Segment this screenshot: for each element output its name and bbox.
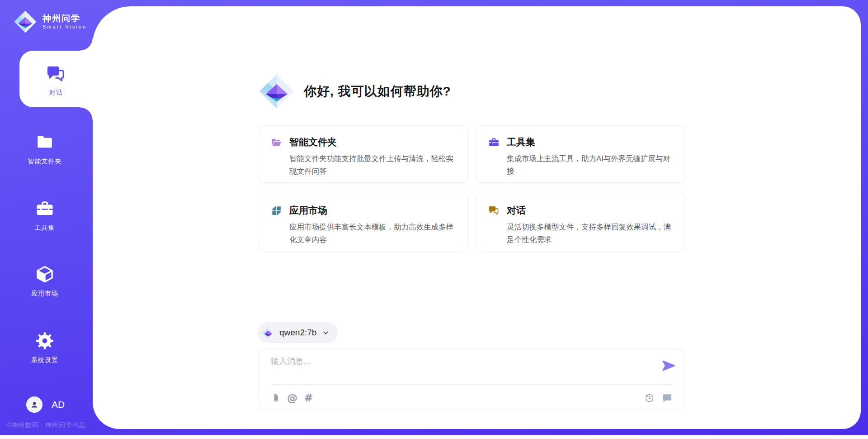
person-icon	[29, 400, 39, 410]
mention-button[interactable]: @	[286, 392, 298, 404]
cube-icon	[35, 265, 54, 284]
user-account[interactable]: AD	[26, 396, 65, 413]
sidebar-item-chat[interactable]: 对话	[19, 51, 93, 107]
attach-file-button[interactable]	[270, 392, 282, 404]
send-button[interactable]	[661, 358, 676, 373]
folder-open-icon	[271, 137, 282, 148]
model-name: qwen2:7b	[279, 328, 316, 338]
send-icon	[661, 358, 676, 373]
sidebar-item-settings[interactable]: 系统设置	[11, 331, 79, 364]
toolbox-icon	[35, 199, 54, 218]
brand-subtitle: Smart Vision	[42, 24, 87, 30]
model-selector[interactable]: qwen2:7b	[258, 322, 338, 343]
folder-icon	[35, 133, 54, 152]
card-description: 集成市场上主流工具，助力AI与外界无缝扩展与对接	[507, 152, 673, 177]
card-toolset[interactable]: 工具集 集成市场上主流工具，助力AI与外界无缝扩展与对接	[476, 125, 685, 183]
brand-logo-block: 神州问学 Smart Vision	[14, 10, 87, 33]
at-icon: @	[287, 392, 297, 404]
card-app-market[interactable]: 应用市场 应用市场提供丰富长文本模板，助力高效生成多样化文章内容	[259, 194, 468, 251]
greeting-block: 你好, 我可以如何帮助你?	[259, 73, 451, 110]
brand-diamond-icon	[14, 10, 37, 33]
brand-name: 神州问学	[42, 14, 87, 24]
chat-icon	[46, 64, 66, 84]
card-title: 对话	[507, 204, 526, 217]
sidebar-item-label: 应用市场	[11, 290, 79, 298]
card-chat[interactable]: 对话 灵活切换多模型文件，支持多样回复效果调试，满足个性化需求	[476, 194, 685, 251]
card-description: 应用市场提供丰富长文本模板，助力高效生成多样化文章内容	[289, 220, 456, 246]
toolbox-icon	[488, 137, 500, 148]
message-composer: @ #	[259, 348, 684, 410]
paperclip-icon	[270, 392, 282, 404]
copyright-footer: ©神州数码 · 神州问学出品	[6, 421, 86, 429]
tab-fillet-top	[80, 38, 93, 51]
chevron-down-icon	[322, 329, 330, 337]
sidebar-item-toolset[interactable]: 工具集	[11, 199, 79, 232]
topic-button[interactable]: #	[302, 392, 315, 404]
gear-icon	[35, 331, 54, 350]
history-clock-icon	[644, 392, 655, 404]
horizontal-scrollbar-track[interactable]	[0, 435, 868, 439]
model-diamond-icon	[262, 326, 275, 339]
history-button[interactable]	[643, 392, 656, 404]
chat-bubble-icon	[661, 392, 673, 404]
card-title: 工具集	[507, 136, 535, 148]
assistant-diamond-icon	[259, 73, 295, 110]
sidebar-item-label: 对话	[19, 89, 93, 97]
avatar	[26, 396, 42, 413]
card-description: 灵活切换多模型文件，支持多样回复效果调试，满足个性化需求	[507, 220, 673, 246]
user-initials: AD	[52, 399, 65, 410]
card-smart-folder[interactable]: 智能文件夹 智能文件夹功能支持批量文件上传与清洗，轻松实现文件问答	[259, 125, 468, 183]
sidebar-item-label: 系统设置	[11, 356, 79, 364]
message-input[interactable]	[270, 355, 650, 381]
hash-icon: #	[304, 392, 313, 404]
card-title: 智能文件夹	[289, 136, 337, 148]
new-chat-button[interactable]	[661, 392, 673, 404]
composer-divider	[270, 384, 673, 385]
app-window: 神州问学 Smart Vision 对话 智能文件夹	[0, 0, 868, 439]
tab-fillet-bottom	[80, 107, 93, 120]
grid-cube-icon	[271, 205, 282, 216]
card-description: 智能文件夹功能支持批量文件上传与清洗，轻松实现文件问答	[289, 152, 456, 177]
sidebar-item-app-market[interactable]: 应用市场	[11, 265, 79, 298]
greeting-text: 你好, 我可以如何帮助你?	[304, 83, 451, 100]
card-title: 应用市场	[289, 204, 327, 217]
sidebar-item-label: 工具集	[11, 224, 79, 232]
sidebar-item-smart-folder[interactable]: 智能文件夹	[11, 133, 79, 166]
sidebar-item-label: 智能文件夹	[11, 157, 79, 166]
chat-icon	[488, 205, 500, 216]
